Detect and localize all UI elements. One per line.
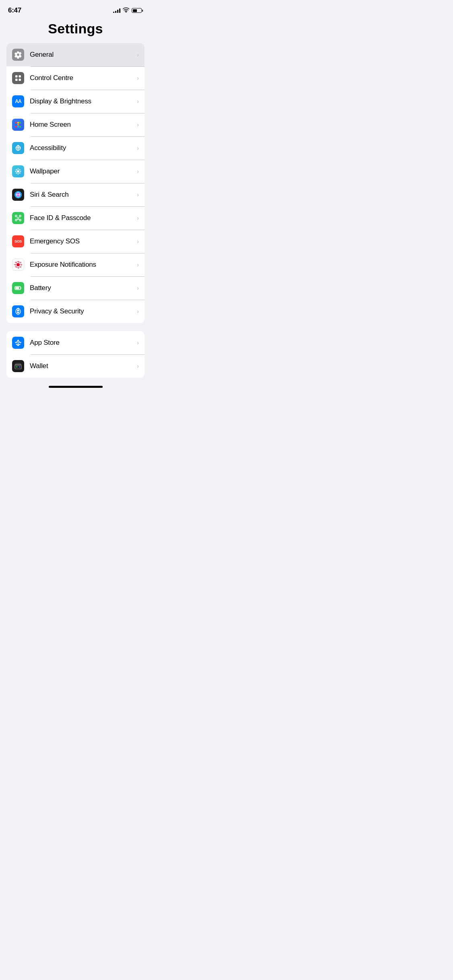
emergency-sos-chevron: › bbox=[137, 238, 139, 245]
svg-point-43 bbox=[15, 266, 17, 268]
svg-rect-1 bbox=[19, 75, 21, 78]
general-icon bbox=[12, 49, 24, 61]
home-screen-chevron: › bbox=[137, 121, 139, 128]
svg-rect-10 bbox=[15, 126, 17, 128]
svg-point-22 bbox=[16, 169, 17, 170]
home-bar-indicator bbox=[49, 386, 103, 388]
settings-row-exposure[interactable]: Exposure Notifications › bbox=[6, 253, 145, 276]
svg-rect-12 bbox=[19, 126, 21, 128]
control-centre-chevron: › bbox=[137, 75, 139, 81]
settings-row-app-store[interactable]: App Store › bbox=[6, 331, 145, 354]
emergency-sos-icon: SOS bbox=[12, 235, 24, 247]
home-screen-label: Home Screen bbox=[30, 121, 134, 129]
display-brightness-icon: AA bbox=[12, 95, 24, 107]
settings-row-display-brightness[interactable]: AA Display & Brightness › bbox=[6, 90, 145, 113]
display-brightness-chevron: › bbox=[137, 98, 139, 105]
settings-row-emergency-sos[interactable]: SOS Emergency SOS › bbox=[6, 230, 145, 253]
face-id-chevron: › bbox=[137, 215, 139, 221]
svg-point-37 bbox=[18, 261, 19, 262]
svg-point-19 bbox=[18, 173, 19, 175]
svg-rect-4 bbox=[15, 122, 17, 124]
settings-section-apps: App Store › Wallet › bbox=[6, 331, 145, 378]
wallpaper-chevron: › bbox=[137, 168, 139, 175]
settings-row-face-id[interactable]: Face ID & Passcode › bbox=[6, 206, 145, 230]
svg-point-21 bbox=[20, 171, 21, 172]
svg-point-24 bbox=[16, 173, 17, 174]
svg-rect-57 bbox=[19, 366, 21, 368]
general-chevron: › bbox=[137, 51, 139, 58]
svg-point-23 bbox=[19, 173, 21, 174]
svg-rect-8 bbox=[17, 124, 19, 126]
wallet-icon bbox=[12, 360, 24, 372]
wallet-chevron: › bbox=[137, 363, 139, 369]
page-title-container: Settings bbox=[0, 18, 151, 43]
settings-row-general[interactable]: General › bbox=[6, 43, 145, 66]
svg-rect-47 bbox=[21, 288, 21, 289]
svg-rect-7 bbox=[15, 124, 17, 126]
svg-point-17 bbox=[17, 170, 19, 173]
svg-point-50 bbox=[18, 311, 19, 312]
siri-search-icon bbox=[12, 189, 24, 201]
siri-search-label: Siri & Search bbox=[30, 191, 134, 199]
svg-rect-54 bbox=[16, 363, 21, 364]
status-bar: 6:47 bbox=[0, 0, 151, 18]
home-bar bbox=[0, 386, 151, 391]
settings-row-siri-search[interactable]: Siri & Search › bbox=[6, 183, 145, 206]
svg-rect-30 bbox=[19, 215, 21, 217]
svg-point-20 bbox=[15, 171, 17, 172]
accessibility-icon bbox=[12, 142, 24, 154]
privacy-icon bbox=[12, 305, 24, 317]
battery-icon bbox=[132, 8, 143, 13]
settings-row-home-screen[interactable]: Home Screen › bbox=[6, 113, 145, 136]
svg-point-18 bbox=[18, 169, 19, 170]
control-centre-icon bbox=[12, 72, 24, 84]
settings-row-control-centre[interactable]: Control Centre › bbox=[6, 66, 145, 90]
control-centre-label: Control Centre bbox=[30, 74, 134, 82]
app-store-chevron: › bbox=[137, 340, 139, 346]
battery-label: Battery bbox=[30, 284, 134, 292]
svg-rect-31 bbox=[15, 219, 17, 221]
svg-point-39 bbox=[14, 264, 16, 266]
svg-point-38 bbox=[18, 267, 19, 268]
face-id-icon bbox=[12, 212, 24, 224]
svg-rect-3 bbox=[19, 79, 21, 81]
app-store-label: App Store bbox=[30, 339, 134, 347]
svg-rect-2 bbox=[15, 79, 18, 81]
svg-point-40 bbox=[21, 264, 22, 266]
settings-row-accessibility[interactable]: Accessibility › bbox=[6, 136, 145, 160]
emergency-sos-label: Emergency SOS bbox=[30, 237, 134, 245]
exposure-chevron: › bbox=[137, 261, 139, 268]
svg-point-25 bbox=[19, 169, 21, 170]
svg-point-44 bbox=[20, 262, 21, 263]
wifi-icon bbox=[123, 7, 129, 14]
privacy-chevron: › bbox=[137, 308, 139, 315]
settings-row-battery[interactable]: Battery › bbox=[6, 276, 145, 300]
status-icons bbox=[113, 7, 143, 14]
battery-row-icon bbox=[12, 282, 24, 294]
home-screen-icon bbox=[12, 119, 24, 131]
siri-search-chevron: › bbox=[137, 191, 139, 198]
svg-rect-29 bbox=[15, 215, 17, 217]
svg-rect-11 bbox=[17, 126, 19, 128]
accessibility-chevron: › bbox=[137, 145, 139, 151]
svg-rect-55 bbox=[15, 364, 21, 366]
svg-point-42 bbox=[20, 266, 21, 268]
settings-row-privacy[interactable]: Privacy & Security › bbox=[6, 300, 145, 323]
signal-bars-icon bbox=[113, 8, 120, 13]
display-brightness-label: Display & Brightness bbox=[30, 97, 134, 105]
face-id-label: Face ID & Passcode bbox=[30, 214, 134, 222]
general-label: General bbox=[30, 51, 134, 59]
privacy-label: Privacy & Security bbox=[30, 307, 134, 315]
accessibility-label: Accessibility bbox=[30, 144, 134, 152]
app-store-icon bbox=[12, 337, 24, 349]
wallet-label: Wallet bbox=[30, 362, 134, 370]
settings-row-wallpaper[interactable]: Wallpaper › bbox=[6, 160, 145, 183]
svg-rect-32 bbox=[19, 219, 21, 221]
svg-rect-6 bbox=[19, 122, 21, 124]
svg-rect-56 bbox=[16, 366, 18, 368]
wallpaper-icon bbox=[12, 165, 24, 177]
settings-section-main: General › Control Centre › AA Display & … bbox=[6, 43, 145, 323]
status-time: 6:47 bbox=[8, 6, 21, 14]
exposure-icon bbox=[12, 259, 24, 271]
settings-row-wallet[interactable]: Wallet › bbox=[6, 354, 145, 378]
